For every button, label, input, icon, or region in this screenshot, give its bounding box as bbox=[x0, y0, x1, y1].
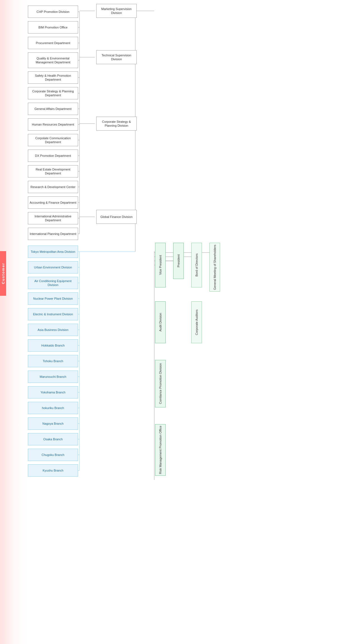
box-vice-president: Vice President bbox=[155, 243, 166, 287]
box-general-meeting: General Meeting of Shareholders bbox=[209, 243, 220, 292]
branch-osaka: Osaka Branch bbox=[28, 433, 78, 445]
box-audit: Audit Division bbox=[155, 301, 166, 343]
branch-tohoku: Tohoku Branch bbox=[28, 355, 78, 367]
dept-hr: Human Resources Department bbox=[28, 118, 78, 131]
div-urban: Urban Environment Division bbox=[28, 261, 78, 273]
branch-yokohama: Yokohama Branch bbox=[28, 386, 78, 398]
div-air-cond: Air Conditioning Equipment Division bbox=[28, 277, 78, 289]
background-gradient bbox=[0, 0, 28, 644]
dept-rd: Research & Development Center bbox=[28, 181, 78, 193]
dept-chp: CHP Promotion Division bbox=[28, 6, 78, 18]
dept-corp-comm: Corpolate Communication Department bbox=[28, 134, 78, 146]
div-global-finance: Global Finance Division bbox=[96, 210, 137, 224]
dept-procurement: Procurement Department bbox=[28, 37, 78, 49]
dept-intl-planning: International Planning Department bbox=[28, 228, 78, 240]
div-nuclear: Nuclear Power Plant Division bbox=[28, 292, 78, 305]
box-corporate-auditors: Corporate Auditors bbox=[191, 301, 202, 343]
box-risk-mgmt: Risk Management Promotion Office bbox=[155, 424, 166, 476]
branch-marunouchi: Marunouchi Branch bbox=[28, 371, 78, 383]
dept-corp-strategy: Corporate Strategy & Planning Department bbox=[28, 87, 78, 99]
dept-safety: Safety & Health Promotion Department bbox=[28, 71, 78, 84]
box-compliance: Comliance Promotion Division bbox=[155, 360, 166, 407]
div-tokyo: Tokyo Metropolitan Area Division bbox=[28, 246, 78, 258]
box-president: President bbox=[173, 243, 184, 279]
div-electric: Electric & Instrument Division bbox=[28, 308, 78, 320]
div-asia: Asia Business Division bbox=[28, 324, 78, 336]
branch-chugoku: Chugoku Branch bbox=[28, 449, 78, 461]
div-marketing-sup: Marketing Supervision Division bbox=[96, 4, 137, 18]
branch-hokuriku: hokuriku Branch bbox=[28, 402, 78, 414]
branch-hokkaido: Hokkaido Branch bbox=[28, 339, 78, 352]
div-corp-strategy: Corporate Strategy & Planning Division bbox=[96, 117, 137, 131]
dept-quality: Quality & Environmental Management Depar… bbox=[28, 52, 78, 68]
dept-bim: BIM Promotion Office bbox=[28, 21, 78, 33]
branch-kyushu: Kyushu Branch bbox=[28, 464, 78, 477]
dept-real-estate: Real Estate Development Department bbox=[28, 165, 78, 177]
dept-intl-admin: International Administrative Department bbox=[28, 212, 78, 224]
dept-accounting: Accounting & Finance Department bbox=[28, 196, 78, 209]
dept-dx: DX Promotion Department bbox=[28, 150, 78, 162]
dept-general-affairs: General Affairs Department bbox=[28, 103, 78, 115]
box-board-directors: Bord of Directors bbox=[191, 243, 202, 287]
branch-nagoya: Nagoya Branch bbox=[28, 417, 78, 430]
div-technical-sup: Technical Supervision Division bbox=[96, 50, 137, 64]
customer-label: Customer bbox=[0, 251, 6, 296]
